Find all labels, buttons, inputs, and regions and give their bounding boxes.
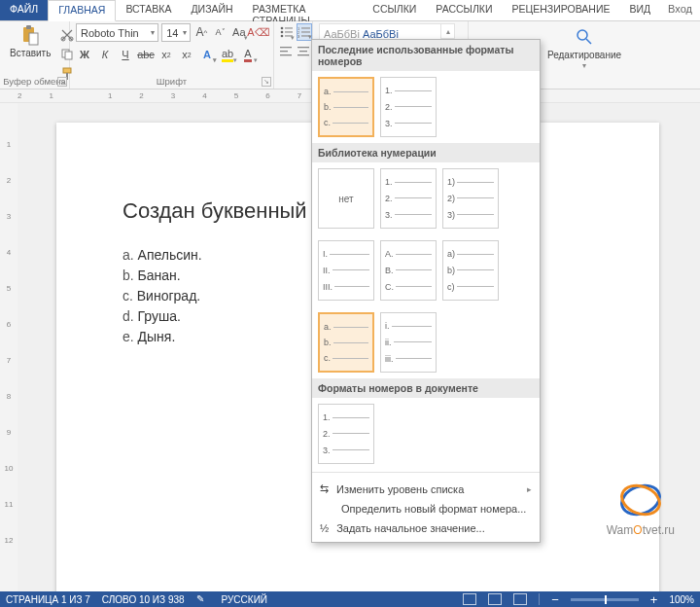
chevron-down-icon: ▾ — [582, 61, 586, 70]
tab-file[interactable]: ФАЙЛ — [0, 0, 48, 20]
vertical-ruler[interactable]: 123456789101112 — [0, 103, 18, 591]
view-print-icon[interactable] — [488, 593, 502, 605]
gallery-item[interactable]: 1.2.3. — [318, 404, 374, 464]
svg-point-30 — [617, 481, 663, 519]
gallery-section-document: Форматы номеров в документе — [312, 378, 540, 398]
sign-in-link[interactable]: Вход — [660, 0, 700, 20]
gallery-item[interactable]: 1.2.3. — [380, 77, 437, 137]
svg-rect-25 — [299, 51, 307, 52]
highlight-button[interactable]: ab — [219, 46, 236, 63]
align-center-button[interactable] — [297, 43, 310, 60]
gallery-section-recent: Последние использованные форматы номеров — [312, 40, 540, 71]
align-left-button[interactable] — [280, 43, 294, 60]
editing-button[interactable]: Редактирование ▾ — [543, 25, 625, 72]
gallery-item[interactable]: A.B.C. — [380, 240, 437, 301]
strike-button[interactable]: abc — [137, 46, 155, 63]
ribbon-tabs: ФАЙЛ ГЛАВНАЯ ВСТАВКА ДИЗАЙН РАЗМЕТКА СТР… — [0, 0, 700, 21]
svg-point-27 — [578, 30, 587, 40]
zoom-out-button[interactable]: − — [551, 592, 559, 607]
tab-mailings[interactable]: РАССЫЛКИ — [426, 0, 502, 20]
svg-rect-14 — [285, 35, 293, 36]
svg-rect-2 — [29, 33, 38, 45]
svg-rect-20 — [301, 35, 310, 36]
group-font: Roboto Thin 14 A^ A˅ Aa A⌫ Ж К Ч abc x2 … — [70, 21, 274, 89]
underline-button[interactable]: Ч — [117, 46, 134, 63]
gallery-item[interactable]: a)b)c) — [442, 240, 499, 301]
proofing-icon[interactable]: ✎ — [196, 593, 210, 605]
menu-define-format[interactable]: Определить новый формат номера... — [312, 499, 540, 518]
group-font-label: Шрифт — [70, 76, 273, 87]
font-launcher[interactable]: ↘ — [262, 77, 271, 87]
status-page[interactable]: СТРАНИЦА 1 ИЗ 7 — [6, 594, 90, 605]
gallery-item[interactable]: i.ii.iii. — [380, 312, 437, 373]
zoom-slider[interactable] — [571, 598, 639, 601]
status-bar: СТРАНИЦА 1 ИЗ 7 СЛОВО 10 ИЗ 938 ✎ РУССКИ… — [0, 591, 700, 607]
watermark-logo-icon — [617, 479, 664, 521]
svg-rect-18 — [301, 31, 310, 32]
svg-point-9 — [281, 27, 284, 30]
svg-rect-23 — [280, 54, 292, 55]
svg-rect-22 — [280, 51, 288, 52]
zoom-level[interactable]: 100% — [669, 594, 694, 605]
svg-rect-26 — [298, 54, 309, 55]
menu-set-start-value[interactable]: ½ Задать начальное значение... — [312, 518, 540, 538]
editing-label: Редактирование — [547, 50, 621, 60]
tab-review[interactable]: РЕЦЕНЗИРОВАНИЕ — [502, 0, 619, 20]
tab-references[interactable]: ССЫЛКИ — [363, 0, 426, 20]
styles-up-icon[interactable]: ▴ — [441, 24, 454, 39]
font-color-button[interactable]: A — [239, 46, 257, 63]
svg-text:3: 3 — [298, 34, 300, 38]
gallery-item-none[interactable]: нет — [318, 168, 374, 229]
indent-icon: ⇆ — [320, 482, 329, 495]
watermark-text: WamOtvet.ru — [607, 523, 675, 537]
change-case-button[interactable]: Aa — [231, 23, 247, 41]
paste-icon — [20, 25, 40, 47]
group-paragraph: 123 — [274, 21, 313, 89]
highlight-icon: ab — [222, 48, 233, 62]
view-read-icon[interactable] — [463, 593, 476, 605]
svg-rect-12 — [285, 31, 293, 32]
superscript-button[interactable]: x2 — [178, 46, 195, 63]
shrink-font-button[interactable]: A˅ — [212, 23, 228, 41]
italic-button[interactable]: К — [96, 46, 114, 63]
svg-rect-16 — [301, 27, 310, 28]
clipboard-launcher[interactable]: ↘ — [57, 77, 67, 87]
tab-home[interactable]: ГЛАВНАЯ — [48, 0, 116, 21]
subscript-button[interactable]: x2 — [158, 46, 175, 63]
tab-design[interactable]: ДИЗАЙН — [181, 0, 242, 20]
svg-rect-24 — [298, 47, 309, 48]
tab-page-layout[interactable]: РАЗМЕТКА СТРАНИЦЫ — [243, 0, 364, 20]
tab-view[interactable]: ВИД — [619, 0, 660, 20]
bold-button[interactable]: Ж — [76, 46, 93, 63]
gallery-item[interactable]: 1)2)3) — [442, 168, 499, 229]
gallery-item[interactable]: a.b.c. — [318, 312, 374, 373]
gallery-item[interactable]: 1.2.3. — [380, 168, 437, 229]
svg-point-13 — [281, 35, 284, 38]
text-effects-button[interactable]: A — [198, 46, 216, 63]
svg-rect-10 — [285, 27, 293, 28]
font-name-combo[interactable]: Roboto Thin — [76, 23, 158, 42]
status-words[interactable]: СЛОВО 10 ИЗ 938 — [102, 594, 185, 605]
view-web-icon[interactable] — [513, 593, 527, 605]
status-language[interactable]: РУССКИЙ — [222, 594, 267, 605]
gallery-item[interactable]: a.b.c. — [318, 77, 374, 137]
bullets-button[interactable] — [280, 23, 294, 41]
gallery-item[interactable]: I.II.III. — [318, 240, 374, 301]
tab-insert[interactable]: ВСТАВКА — [116, 0, 181, 20]
menu-change-list-level[interactable]: ⇆ Изменить уровень списка ▸ — [312, 479, 540, 499]
clear-format-button[interactable]: A⌫ — [250, 23, 267, 41]
group-clipboard: Вставить Буфер обмена ↘ — [0, 21, 70, 89]
paste-button[interactable]: Вставить — [6, 23, 54, 83]
gallery-section-library: Библиотека нумерации — [312, 143, 540, 162]
grow-font-button[interactable]: A^ — [193, 23, 209, 41]
svg-line-28 — [586, 39, 591, 44]
watermark: WamOtvet.ru — [607, 479, 675, 537]
zoom-in-button[interactable]: + — [650, 592, 658, 607]
svg-rect-1 — [26, 25, 31, 29]
font-color-icon: A — [244, 48, 251, 62]
svg-point-11 — [281, 31, 284, 34]
font-size-combo[interactable]: 14 — [161, 23, 191, 42]
svg-rect-21 — [280, 47, 292, 48]
submenu-arrow-icon: ▸ — [527, 484, 532, 494]
numbering-button[interactable]: 123 — [297, 23, 312, 41]
